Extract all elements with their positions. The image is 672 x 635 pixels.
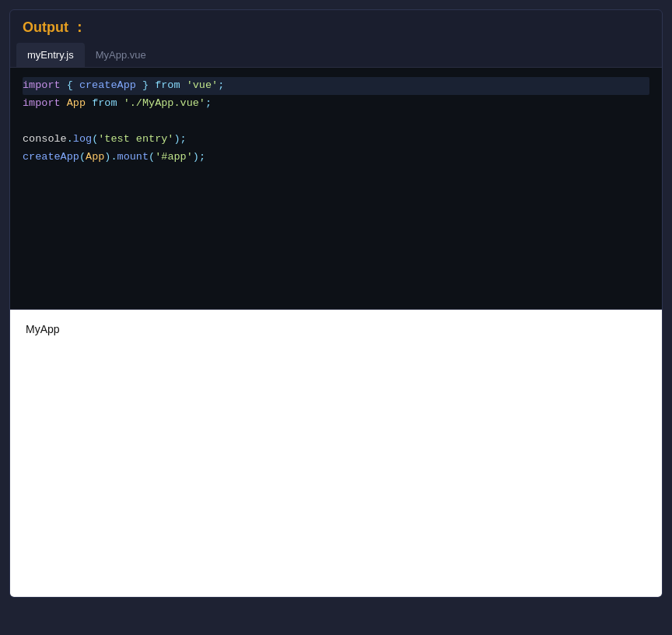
preview-myapp-text: MyApp xyxy=(26,323,60,335)
keyword-import-1: import xyxy=(23,79,61,91)
tab-myentry[interactable]: myEntry.js xyxy=(16,43,85,67)
tabs-bar: myEntry.js MyApp.vue xyxy=(10,43,662,68)
code-line-2: import App from './MyApp.vue'; xyxy=(23,95,649,113)
output-title: Output ： xyxy=(23,18,86,37)
code-line-3 xyxy=(23,113,649,131)
output-container: Output ： myEntry.js MyApp.vue import { c… xyxy=(9,9,663,598)
code-panel: import { createApp } from 'vue'; import … xyxy=(10,68,662,309)
code-line-1: import { createApp } from 'vue'; xyxy=(23,77,649,95)
tab-myapp[interactable]: MyApp.vue xyxy=(85,43,157,67)
preview-panel: MyApp xyxy=(10,309,662,597)
code-line-4: console.log('test entry'); xyxy=(23,131,649,149)
output-header: Output ： xyxy=(10,10,662,43)
code-line-5: createApp(App).mount('#app'); xyxy=(23,149,649,167)
